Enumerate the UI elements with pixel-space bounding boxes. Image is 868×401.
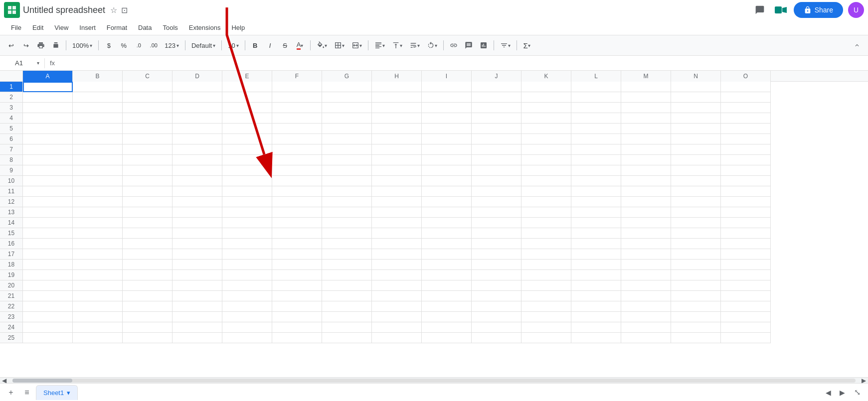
cell-A25[interactable] bbox=[23, 333, 73, 343]
cell-N13[interactable] bbox=[671, 207, 721, 218]
cell-H15[interactable] bbox=[372, 228, 422, 239]
cell-F4[interactable] bbox=[272, 113, 322, 124]
cell-A24[interactable] bbox=[23, 322, 73, 333]
cell-D1[interactable] bbox=[173, 82, 222, 92]
cell-B19[interactable] bbox=[73, 270, 123, 280]
drive-icon[interactable]: ⊡ bbox=[121, 5, 128, 15]
menu-tools[interactable]: Tools bbox=[158, 22, 182, 33]
cell-B2[interactable] bbox=[73, 92, 123, 103]
cell-N4[interactable] bbox=[671, 113, 721, 124]
undo-button[interactable]: ↩ bbox=[4, 38, 18, 52]
function-button[interactable]: Σ ▾ bbox=[520, 38, 534, 52]
cell-C17[interactable] bbox=[123, 249, 173, 260]
cell-N7[interactable] bbox=[671, 144, 721, 155]
cell-L21[interactable] bbox=[571, 291, 621, 301]
cell-N1[interactable] bbox=[671, 82, 721, 92]
cell-N12[interactable] bbox=[671, 197, 721, 207]
cell-J2[interactable] bbox=[472, 92, 521, 103]
col-header-g[interactable]: G bbox=[322, 71, 372, 82]
cell-L25[interactable] bbox=[571, 333, 621, 343]
decimal-dec-button[interactable]: .0 bbox=[132, 38, 146, 52]
cell-M5[interactable] bbox=[621, 124, 671, 134]
cell-L14[interactable] bbox=[571, 218, 621, 228]
cell-L6[interactable] bbox=[571, 134, 621, 144]
cell-K6[interactable] bbox=[521, 134, 571, 144]
cell-B23[interactable] bbox=[73, 312, 123, 322]
cell-B24[interactable] bbox=[73, 322, 123, 333]
row-num-8[interactable]: 8 bbox=[0, 155, 23, 165]
cell-L23[interactable] bbox=[571, 312, 621, 322]
cell-I18[interactable] bbox=[422, 260, 472, 270]
cell-K21[interactable] bbox=[521, 291, 571, 301]
cell-D15[interactable] bbox=[173, 228, 222, 239]
cell-A21[interactable] bbox=[23, 291, 73, 301]
cell-H3[interactable] bbox=[372, 103, 422, 113]
cell-L18[interactable] bbox=[571, 260, 621, 270]
cell-N17[interactable] bbox=[671, 249, 721, 260]
cell-H17[interactable] bbox=[372, 249, 422, 260]
cell-G16[interactable] bbox=[322, 239, 372, 249]
cell-N22[interactable] bbox=[671, 301, 721, 312]
cell-O21[interactable] bbox=[721, 291, 771, 301]
cell-J12[interactable] bbox=[472, 197, 521, 207]
cell-C21[interactable] bbox=[123, 291, 173, 301]
chart-button[interactable] bbox=[477, 38, 491, 52]
cell-D25[interactable] bbox=[173, 333, 222, 343]
font-size-dropdown[interactable]: 10 ▾ bbox=[225, 38, 241, 52]
cell-C22[interactable] bbox=[123, 301, 173, 312]
cell-N14[interactable] bbox=[671, 218, 721, 228]
cell-D14[interactable] bbox=[173, 218, 222, 228]
cell-N10[interactable] bbox=[671, 176, 721, 186]
cell-J15[interactable] bbox=[472, 228, 521, 239]
col-header-c[interactable]: C bbox=[123, 71, 173, 82]
cell-J6[interactable] bbox=[472, 134, 521, 144]
cell-A14[interactable] bbox=[23, 218, 73, 228]
cell-C7[interactable] bbox=[123, 144, 173, 155]
cell-F13[interactable] bbox=[272, 207, 322, 218]
cell-A7[interactable] bbox=[23, 144, 73, 155]
row-num-13[interactable]: 13 bbox=[0, 207, 23, 218]
cell-M11[interactable] bbox=[621, 186, 671, 197]
cell-F17[interactable] bbox=[272, 249, 322, 260]
cell-M17[interactable] bbox=[621, 249, 671, 260]
cell-N21[interactable] bbox=[671, 291, 721, 301]
cell-E6[interactable] bbox=[222, 134, 272, 144]
cell-I19[interactable] bbox=[422, 270, 472, 280]
cell-A15[interactable] bbox=[23, 228, 73, 239]
cell-B25[interactable] bbox=[73, 333, 123, 343]
cell-K5[interactable] bbox=[521, 124, 571, 134]
cell-G6[interactable] bbox=[322, 134, 372, 144]
cell-L12[interactable] bbox=[571, 197, 621, 207]
cell-J25[interactable] bbox=[472, 333, 521, 343]
cell-G15[interactable] bbox=[322, 228, 372, 239]
cell-A18[interactable] bbox=[23, 260, 73, 270]
cell-A17[interactable] bbox=[23, 249, 73, 260]
cell-K1[interactable] bbox=[521, 82, 571, 92]
cell-F20[interactable] bbox=[272, 280, 322, 291]
cell-O2[interactable] bbox=[721, 92, 771, 103]
cell-G4[interactable] bbox=[322, 113, 372, 124]
formula-input[interactable] bbox=[60, 59, 864, 67]
cell-K7[interactable] bbox=[521, 144, 571, 155]
horizontal-scrollbar[interactable]: ◀ ▶ bbox=[0, 377, 868, 383]
cell-C15[interactable] bbox=[123, 228, 173, 239]
cell-F8[interactable] bbox=[272, 155, 322, 165]
cell-K13[interactable] bbox=[521, 207, 571, 218]
cell-C10[interactable] bbox=[123, 176, 173, 186]
cell-O12[interactable] bbox=[721, 197, 771, 207]
cell-D12[interactable] bbox=[173, 197, 222, 207]
cell-O10[interactable] bbox=[721, 176, 771, 186]
cell-F11[interactable] bbox=[272, 186, 322, 197]
zoom-dropdown[interactable]: 100% ▾ bbox=[69, 38, 95, 52]
cell-J18[interactable] bbox=[472, 260, 521, 270]
cell-M3[interactable] bbox=[621, 103, 671, 113]
cell-B15[interactable] bbox=[73, 228, 123, 239]
cell-E2[interactable] bbox=[222, 92, 272, 103]
cell-E1[interactable] bbox=[222, 82, 272, 92]
fill-color-button[interactable]: ▾ bbox=[314, 38, 330, 52]
cell-C12[interactable] bbox=[123, 197, 173, 207]
cell-F16[interactable] bbox=[272, 239, 322, 249]
cell-H4[interactable] bbox=[372, 113, 422, 124]
format-number-dropdown[interactable]: 123 ▾ bbox=[162, 38, 182, 52]
cell-K12[interactable] bbox=[521, 197, 571, 207]
